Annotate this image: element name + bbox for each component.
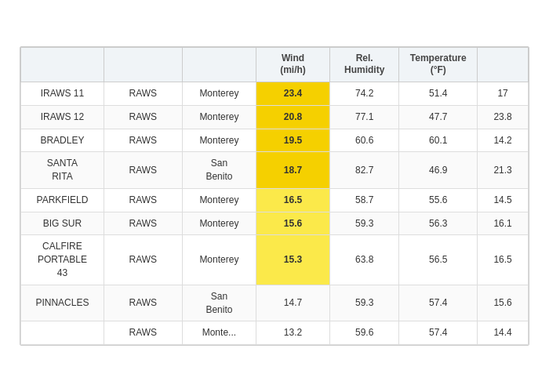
cell-network: RAWS bbox=[104, 152, 182, 189]
cell-network: RAWS bbox=[104, 321, 182, 345]
cell-humidity: 82.7 bbox=[330, 152, 399, 189]
cell-wind: 13.2 bbox=[256, 321, 329, 345]
cell-network: RAWS bbox=[104, 235, 182, 285]
cell-county: Monterey bbox=[182, 235, 256, 285]
cell-network: RAWS bbox=[104, 212, 182, 235]
header-fm bbox=[478, 47, 529, 82]
cell-fm: 16.1 bbox=[478, 212, 529, 235]
table-header-row: Wind(mi/h) Rel.Humidity Temperature(°F) bbox=[21, 47, 529, 82]
cell-station: CALFIREPORTABLE43 bbox=[21, 235, 104, 285]
cell-wind: 18.7 bbox=[256, 152, 329, 189]
cell-network: RAWS bbox=[104, 82, 182, 105]
cell-network: RAWS bbox=[104, 105, 182, 129]
header-station bbox=[21, 47, 104, 82]
cell-fm: 14.2 bbox=[478, 129, 529, 152]
cell-wind: 15.3 bbox=[256, 235, 329, 285]
cell-humidity: 59.3 bbox=[330, 212, 399, 235]
cell-county: Monterey bbox=[182, 129, 256, 152]
cell-wind: 20.8 bbox=[256, 105, 329, 129]
cell-county: SanBenito bbox=[182, 285, 256, 321]
cell-wind: 15.6 bbox=[256, 212, 329, 235]
cell-humidity: 63.8 bbox=[330, 235, 399, 285]
table-row: BRADLEYRAWSMonterey19.560.660.114.2 bbox=[21, 129, 529, 152]
weather-table: Wind(mi/h) Rel.Humidity Temperature(°F) … bbox=[20, 47, 529, 346]
cell-network: RAWS bbox=[104, 129, 182, 152]
cell-network: RAWS bbox=[104, 285, 182, 321]
cell-temp: 46.9 bbox=[399, 152, 478, 189]
cell-fm: 17 bbox=[478, 82, 529, 105]
cell-humidity: 74.2 bbox=[330, 82, 399, 105]
cell-network: RAWS bbox=[104, 188, 182, 212]
header-wind: Wind(mi/h) bbox=[256, 47, 329, 82]
table-row: PINNACLESRAWSSanBenito14.759.357.415.6 bbox=[21, 285, 529, 321]
cell-humidity: 60.6 bbox=[330, 129, 399, 152]
cell-wind: 23.4 bbox=[256, 82, 329, 105]
table-row: PARKFIELDRAWSMonterey16.558.755.614.5 bbox=[21, 188, 529, 212]
table-row: IRAWS 11RAWSMonterey23.474.251.417 bbox=[21, 82, 529, 105]
table-row: SANTARITARAWSSanBenito18.782.746.921.3 bbox=[21, 152, 529, 189]
cell-humidity: 59.6 bbox=[330, 321, 399, 345]
cell-fm: 15.6 bbox=[478, 285, 529, 321]
cell-fm: 23.8 bbox=[478, 105, 529, 129]
cell-fm: 14.5 bbox=[478, 188, 529, 212]
cell-station: PARKFIELD bbox=[21, 188, 104, 212]
cell-station: IRAWS 11 bbox=[21, 82, 104, 105]
cell-temp: 56.5 bbox=[399, 235, 478, 285]
cell-humidity: 59.3 bbox=[330, 285, 399, 321]
cell-station: SANTARITA bbox=[21, 152, 104, 189]
cell-humidity: 58.7 bbox=[330, 188, 399, 212]
cell-county: Monterey bbox=[182, 82, 256, 105]
cell-wind: 14.7 bbox=[256, 285, 329, 321]
header-network bbox=[104, 47, 182, 82]
cell-fm: 21.3 bbox=[478, 152, 529, 189]
cell-county: Monte... bbox=[182, 321, 256, 345]
cell-county: Monterey bbox=[182, 212, 256, 235]
cell-station: PINNACLES bbox=[21, 285, 104, 321]
cell-county: SanBenito bbox=[182, 152, 256, 189]
cell-temp: 56.3 bbox=[399, 212, 478, 235]
cell-station: IRAWS 12 bbox=[21, 105, 104, 129]
cell-temp: 57.4 bbox=[399, 285, 478, 321]
cell-temp: 55.6 bbox=[399, 188, 478, 212]
cell-temp: 47.7 bbox=[399, 105, 478, 129]
cell-county: Monterey bbox=[182, 188, 256, 212]
cell-station: BRADLEY bbox=[21, 129, 104, 152]
data-table-wrapper: Wind(mi/h) Rel.Humidity Temperature(°F) … bbox=[20, 46, 529, 347]
cell-temp: 60.1 bbox=[399, 129, 478, 152]
cell-wind: 19.5 bbox=[256, 129, 329, 152]
header-humidity: Rel.Humidity bbox=[330, 47, 399, 82]
cell-station: BIG SUR bbox=[21, 212, 104, 235]
table-row: RAWSMonte...13.259.657.414.4 bbox=[21, 321, 529, 345]
cell-wind: 16.5 bbox=[256, 188, 329, 212]
cell-station bbox=[21, 321, 104, 345]
page: Wind(mi/h) Rel.Humidity Temperature(°F) … bbox=[0, 0, 549, 392]
cell-humidity: 77.1 bbox=[330, 105, 399, 129]
cell-fm: 16.5 bbox=[478, 235, 529, 285]
cell-county: Monterey bbox=[182, 105, 256, 129]
cell-temp: 51.4 bbox=[399, 82, 478, 105]
header-temp: Temperature(°F) bbox=[399, 47, 478, 82]
table-row: BIG SURRAWSMonterey15.659.356.316.1 bbox=[21, 212, 529, 235]
header-county bbox=[182, 47, 256, 82]
cell-fm: 14.4 bbox=[478, 321, 529, 345]
table-row: CALFIREPORTABLE43RAWSMonterey15.363.856.… bbox=[21, 235, 529, 285]
cell-temp: 57.4 bbox=[399, 321, 478, 345]
table-row: IRAWS 12RAWSMonterey20.877.147.723.8 bbox=[21, 105, 529, 129]
